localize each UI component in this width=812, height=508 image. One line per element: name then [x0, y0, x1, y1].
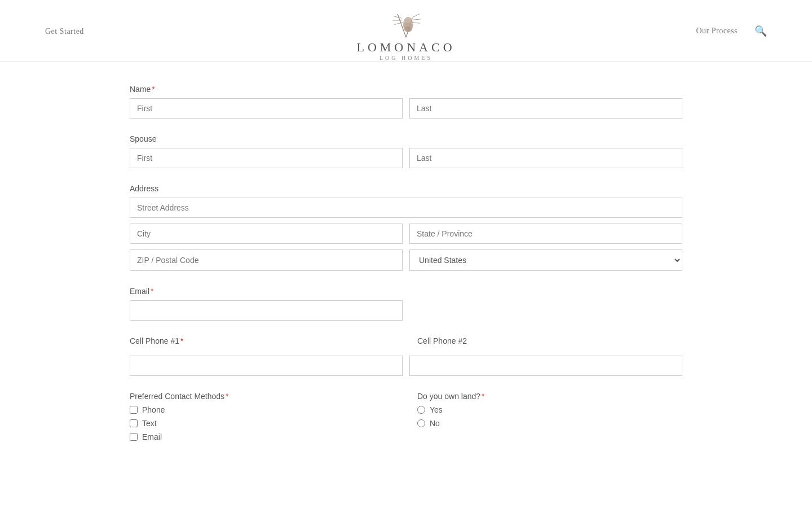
svg-line-10: [413, 19, 421, 20]
own-land-yes-radio[interactable]: [417, 406, 425, 414]
site-header: Get Started LOMONA: [0, 0, 812, 62]
name-label: Name*: [130, 85, 682, 94]
svg-point-5: [404, 27, 412, 32]
address-state-input[interactable]: [409, 224, 682, 244]
name-last-input[interactable]: [409, 98, 682, 119]
name-row: [130, 98, 682, 119]
main-content: Name* Spouse Address United: [107, 85, 705, 441]
address-country-select[interactable]: United States Canada Mexico Other: [409, 249, 682, 271]
our-process-link[interactable]: Our Process: [696, 27, 738, 36]
bottom-section: Preferred Contact Methods* Phone Text Em…: [130, 392, 682, 441]
spouse-last-input[interactable]: [409, 148, 682, 168]
phone2-label: Cell Phone #2: [417, 336, 682, 345]
name-section: Name*: [130, 85, 682, 119]
contact-option-text[interactable]: Text: [130, 419, 395, 428]
phone-inputs-row: [130, 356, 682, 376]
email-label: Email*: [130, 287, 682, 296]
phone-labels-row: Cell Phone #1* Cell Phone #2: [130, 336, 682, 350]
address-street-input[interactable]: [130, 198, 682, 218]
own-land-label: Do you own land?*: [417, 392, 682, 401]
contact-options-group: Phone Text Email: [130, 405, 395, 441]
spouse-section: Spouse: [130, 134, 682, 168]
own-land-yes-label: Yes: [430, 405, 443, 414]
search-button[interactable]: 🔍: [754, 25, 767, 37]
svg-line-9: [412, 14, 420, 17]
address-label: Address: [130, 184, 682, 193]
address-section: Address United States Canada Mexico Othe…: [130, 184, 682, 271]
name-first-input[interactable]: [130, 98, 403, 119]
own-land-no-radio[interactable]: [417, 419, 425, 427]
spouse-row: [130, 148, 682, 168]
preferred-contact-section: Preferred Contact Methods* Phone Text Em…: [130, 392, 395, 441]
search-icon: 🔍: [754, 25, 767, 37]
email-section: Email*: [130, 287, 682, 321]
logo[interactable]: LOMONACO LOG HOMES: [356, 1, 455, 61]
contact-text-label: Text: [142, 419, 157, 428]
own-land-yes[interactable]: Yes: [417, 405, 682, 414]
contact-text-checkbox[interactable]: [130, 419, 138, 427]
phone1-label: Cell Phone #1*: [130, 336, 395, 345]
header-center: LOMONACO LOG HOMES: [286, 1, 527, 61]
header-right: Our Process 🔍: [526, 25, 767, 37]
preferred-contact-label: Preferred Contact Methods*: [130, 392, 395, 401]
spouse-label: Spouse: [130, 134, 682, 143]
email-input[interactable]: [130, 300, 403, 321]
contact-email-checkbox[interactable]: [130, 433, 138, 441]
own-land-no[interactable]: No: [417, 419, 682, 428]
svg-line-6: [394, 16, 402, 19]
contact-option-email[interactable]: Email: [130, 432, 395, 441]
svg-line-11: [413, 23, 420, 24]
header-left: Get Started: [45, 26, 286, 36]
contact-option-phone[interactable]: Phone: [130, 405, 395, 414]
own-land-section: Do you own land?* Yes No: [417, 392, 682, 441]
logo-icon: [389, 1, 423, 40]
logo-text-sub: LOG HOMES: [356, 55, 455, 61]
address-city-input[interactable]: [130, 224, 403, 244]
phone2-input[interactable]: [409, 356, 682, 376]
phone1-input[interactable]: [130, 356, 403, 376]
contact-email-label: Email: [142, 432, 162, 441]
own-land-no-label: No: [430, 419, 440, 428]
phone-section: Cell Phone #1* Cell Phone #2: [130, 336, 682, 376]
email-row: [130, 300, 682, 321]
contact-phone-checkbox[interactable]: [130, 406, 138, 414]
address-zip-country-row: United States Canada Mexico Other: [130, 249, 682, 271]
address-city-state-row: [130, 224, 682, 244]
own-land-options-group: Yes No: [417, 405, 682, 428]
logo-text-main: LOMONACO: [356, 40, 455, 55]
spouse-first-input[interactable]: [130, 148, 403, 168]
get-started-link[interactable]: Get Started: [45, 27, 84, 36]
address-street-row: [130, 198, 682, 218]
contact-phone-label: Phone: [142, 405, 165, 414]
address-zip-input[interactable]: [130, 249, 403, 271]
